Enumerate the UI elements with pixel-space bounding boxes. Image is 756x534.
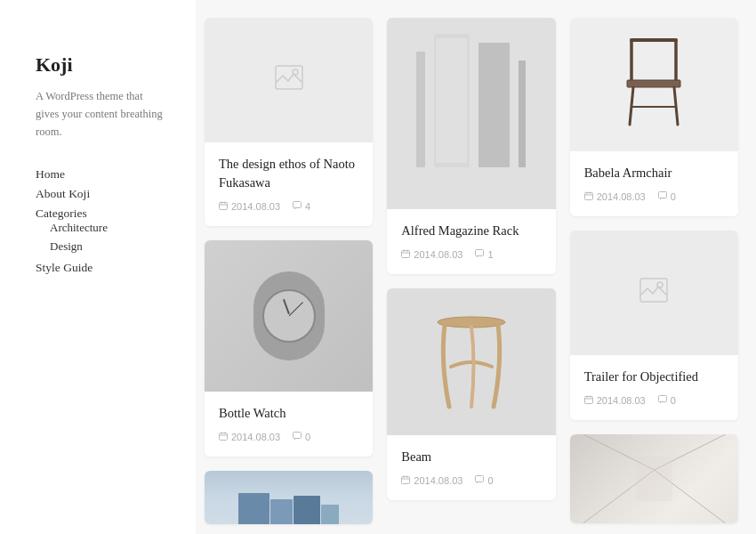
nav-style-guide[interactable]: Style Guide (36, 261, 169, 275)
card-meta-naoto: 2014.08.03 4 (219, 201, 358, 212)
date-watch: 2014.08.03 (231, 432, 280, 442)
grid-col-3: Babela Armchair 2014.0 (570, 18, 738, 523)
post-card-beam[interactable]: Beam 2014.08.03 (387, 288, 555, 500)
post-card-objectified[interactable]: Trailer for Objectified (570, 231, 738, 420)
comments-watch: 0 (305, 432, 310, 442)
svg-rect-6 (294, 202, 302, 208)
meta-date-rack: 2014.08.03 (401, 249, 462, 260)
meta-comments-beam: 0 (475, 475, 493, 486)
nav-about-link[interactable]: About Koji (36, 187, 90, 200)
building-block-1 (238, 493, 269, 524)
nav-home-link[interactable]: Home (36, 167, 65, 181)
date-rack: 2014.08.03 (414, 249, 462, 260)
card-title-beam[interactable]: Beam (401, 448, 541, 466)
sidebar: Koji A WordPress theme that gives your c… (0, 0, 196, 534)
svg-point-36 (657, 282, 663, 287)
post-card-building[interactable] (205, 471, 373, 524)
calendar-icon-rack (401, 249, 410, 260)
rack-piece-1 (416, 52, 425, 167)
nav-design[interactable]: Design (50, 239, 169, 254)
card-meta-rack: 2014.08.03 1 (401, 249, 541, 260)
meta-date-beam: 2014.08.03 (401, 475, 462, 486)
meta-date-watch: 2014.08.03 (219, 432, 280, 442)
post-card-chair[interactable]: Babela Armchair 2014.0 (570, 18, 738, 216)
meta-comments-rack: 1 (475, 249, 493, 260)
card-title-chair[interactable]: Babela Armchair (584, 164, 724, 182)
svg-rect-22 (476, 476, 484, 482)
comment-icon-obj (658, 395, 667, 406)
card-meta-watch: 2014.08.03 0 (219, 432, 358, 442)
site-logo[interactable]: Koji (36, 53, 169, 77)
card-body-naoto: The design ethos of Naoto Fukasawa (205, 142, 373, 226)
meta-date-chair: 2014.08.03 (584, 191, 646, 202)
nav-architecture-link[interactable]: Architecture (50, 221, 108, 234)
building-block-2 (270, 499, 293, 524)
meta-date-naoto: 2014.08.03 (219, 201, 280, 212)
meta-comments-naoto: 4 (293, 201, 310, 212)
image-placeholder-icon (275, 65, 303, 96)
nav-home[interactable]: Home (36, 167, 169, 182)
post-card-watch[interactable]: Bottle Watch 2014.08.0 (205, 240, 373, 457)
card-body-rack: Alfred Magazine Rack 2 (387, 209, 555, 274)
comments-chair: 0 (671, 191, 676, 202)
card-image-placeholder-naoto (205, 18, 373, 142)
svg-rect-30 (584, 193, 592, 200)
svg-rect-34 (658, 192, 666, 198)
nav-design-link[interactable]: Design (50, 239, 83, 253)
card-image-watch (205, 240, 373, 392)
post-card-rack[interactable]: Alfred Magazine Rack 2 (387, 18, 555, 274)
watch-minute-hand (288, 302, 302, 316)
comments-objectified: 0 (671, 395, 676, 406)
card-image-hallway (570, 434, 738, 523)
watch-face (262, 289, 316, 343)
svg-rect-11 (294, 433, 302, 439)
svg-rect-7 (220, 433, 228, 441)
calendar-icon-watch (219, 432, 228, 442)
comment-icon-watch (293, 432, 302, 442)
building-block-4 (321, 505, 339, 524)
date-beam: 2014.08.03 (414, 475, 462, 486)
card-title-naoto[interactable]: The design ethos of Naoto Fukasawa (219, 155, 358, 192)
nav-categories: Categories Architecture Design (36, 206, 169, 254)
card-image-placeholder-objectified (570, 231, 738, 355)
categories-label: Categories (36, 206, 87, 220)
nav-style-guide-link[interactable]: Style Guide (36, 261, 92, 274)
card-meta-beam: 2014.08.03 0 (401, 475, 541, 486)
meta-date-objectified: 2014.08.03 (584, 395, 646, 406)
rack-piece-3 (479, 43, 510, 167)
categories-nav: Architecture Design (50, 221, 169, 254)
card-title-rack[interactable]: Alfred Magazine Rack (401, 222, 541, 240)
calendar-icon-obj (584, 395, 593, 406)
card-image-chair (570, 18, 738, 151)
calendar-icon-naoto (219, 201, 228, 212)
date-naoto: 2014.08.03 (231, 201, 280, 212)
watch-shape (253, 271, 325, 360)
card-title-watch[interactable]: Bottle Watch (219, 404, 358, 423)
post-card-hallway[interactable] (570, 434, 738, 523)
calendar-icon-beam (401, 475, 410, 486)
comments-beam: 0 (487, 475, 493, 486)
svg-rect-18 (402, 477, 410, 484)
svg-rect-12 (402, 251, 410, 258)
comment-icon-chair (658, 191, 667, 202)
site-tagline: A WordPress theme that gives your conten… (36, 87, 169, 141)
post-card-naoto[interactable]: The design ethos of Naoto Fukasawa (205, 18, 373, 226)
svg-rect-46 (636, 457, 672, 501)
nav-about[interactable]: About Koji (36, 187, 169, 201)
card-title-objectified[interactable]: Trailer for Objectified (584, 368, 724, 386)
svg-point-1 (293, 69, 298, 75)
comments-naoto: 4 (305, 201, 310, 212)
comment-icon-beam (475, 475, 484, 486)
nav-architecture[interactable]: Architecture (50, 221, 169, 235)
svg-rect-16 (476, 250, 484, 256)
card-image-rack (387, 18, 555, 209)
meta-comments-chair: 0 (658, 191, 676, 202)
card-meta-objectified: 2014.08.03 0 (584, 395, 724, 406)
date-chair: 2014.08.03 (597, 191, 646, 202)
card-body-beam: Beam 2014.08.03 (387, 435, 555, 500)
svg-rect-37 (584, 397, 592, 404)
grid-col-1: The design ethos of Naoto Fukasawa (205, 18, 373, 524)
svg-rect-26 (627, 80, 680, 87)
building-block-3 (294, 496, 320, 524)
meta-comments-watch: 0 (293, 432, 310, 442)
